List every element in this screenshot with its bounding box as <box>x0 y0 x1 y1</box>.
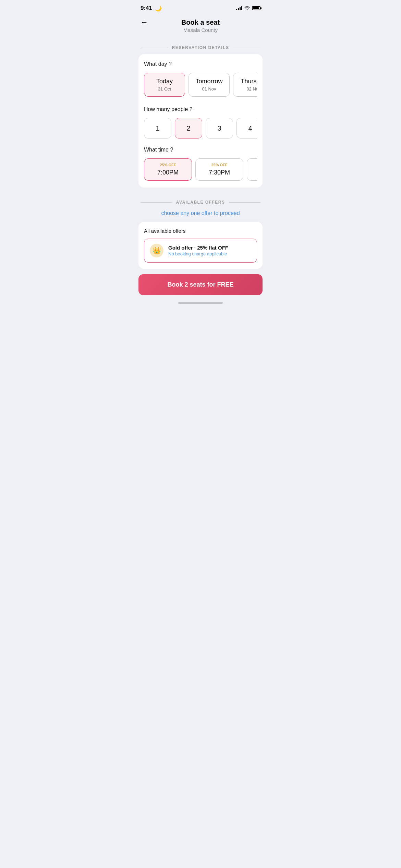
time-discount-700pm: 25% OFF <box>148 163 187 167</box>
home-indicator <box>134 299 267 309</box>
signal-bars-icon <box>236 6 242 10</box>
moon-icon: 🌙 <box>155 5 162 12</box>
day-date-today: 31 Oct <box>148 86 181 92</box>
day-name-thursday: Thursday <box>238 78 257 85</box>
offers-divider-left <box>141 202 172 203</box>
time-option-730pm[interactable]: 25% OFF 7:30PM <box>195 158 243 181</box>
time-value-700pm: 7:00PM <box>148 169 187 176</box>
people-option-4[interactable]: 4 <box>236 118 257 138</box>
battery-icon <box>252 6 260 10</box>
day-question: What day ? <box>144 61 257 67</box>
status-bar: 9:41 🌙 <box>134 0 267 14</box>
people-question: How many people ? <box>144 106 257 112</box>
offers-card-title: All available offers <box>144 228 257 234</box>
day-name-today: Today <box>148 78 181 85</box>
bottom-cta: Book 2 seats for FREE <box>134 269 267 299</box>
gold-offer-item[interactable]: 👑 Gold offer · 25% flat OFF No booking c… <box>144 239 257 263</box>
time-option-700pm[interactable]: 25% OFF 7:00PM <box>144 158 192 181</box>
restaurant-name: Masala County <box>183 27 218 33</box>
day-name-tomorrow: Tomorrow <box>193 78 225 85</box>
offer-title: Gold offer · 25% flat OFF <box>168 245 251 251</box>
day-option-tomorrow[interactable]: Tomorrow 01 Nov <box>189 73 230 97</box>
people-selector: 1 2 3 4 <box>144 118 257 138</box>
time-option-800pm[interactable]: 25% OFF 8:00PM <box>247 158 257 181</box>
back-button[interactable]: ← <box>141 18 148 27</box>
available-offers-divider: AVAILABLE OFFERS <box>134 194 267 209</box>
day-section: What day ? Today 31 Oct Tomorrow 01 Nov … <box>144 61 257 98</box>
time-section: What time ? 25% OFF 7:00PM 25% OFF 7:30P… <box>144 147 257 181</box>
people-option-2[interactable]: 2 <box>175 118 202 138</box>
day-option-today[interactable]: Today 31 Oct <box>144 73 185 97</box>
divider-left <box>141 48 168 48</box>
offer-text: Gold offer · 25% flat OFF No booking cha… <box>168 245 251 256</box>
gold-offer-icon: 👑 <box>150 244 163 257</box>
day-option-thursday[interactable]: Thursday 02 Nov <box>233 73 257 97</box>
day-date-tomorrow: 01 Nov <box>193 86 225 92</box>
book-button[interactable]: Book 2 seats for FREE <box>138 274 263 295</box>
time-discount-730pm: 25% OFF <box>200 163 239 167</box>
day-selector: Today 31 Oct Tomorrow 01 Nov Thursday 02… <box>144 73 257 98</box>
reservation-card: What day ? Today 31 Oct Tomorrow 01 Nov … <box>138 54 263 188</box>
reservation-section-label: RESERVATION DETAILS <box>172 45 229 50</box>
time-value-800pm: 8:00PM <box>251 169 257 176</box>
wifi-icon <box>244 6 250 11</box>
status-time: 9:41 <box>141 5 152 12</box>
time-discount-800pm: 25% OFF <box>251 163 257 167</box>
offers-card: All available offers 👑 Gold offer · 25% … <box>138 222 263 269</box>
offers-section-label: AVAILABLE OFFERS <box>176 200 225 205</box>
offers-subtitle: choose any one offer to proceed <box>134 209 267 222</box>
offer-description: No booking charge applicable <box>168 251 251 256</box>
time-question: What time ? <box>144 147 257 153</box>
day-date-thursday: 02 Nov <box>238 86 257 92</box>
people-section: How many people ? 1 2 3 4 <box>144 106 257 138</box>
people-option-1[interactable]: 1 <box>144 118 171 138</box>
people-option-3[interactable]: 3 <box>206 118 233 138</box>
home-bar <box>178 302 223 304</box>
offers-divider-right <box>229 202 260 203</box>
crown-icon: 👑 <box>153 246 161 255</box>
status-icons <box>236 6 260 11</box>
time-selector: 25% OFF 7:00PM 25% OFF 7:30PM 25% OFF 8:… <box>144 158 257 181</box>
time-value-730pm: 7:30PM <box>200 169 239 176</box>
divider-right <box>233 48 260 48</box>
reservation-details-divider: RESERVATION DETAILS <box>134 40 267 54</box>
page-title: Book a seat <box>181 19 220 26</box>
page-header: ← Book a seat Masala County <box>134 14 267 40</box>
